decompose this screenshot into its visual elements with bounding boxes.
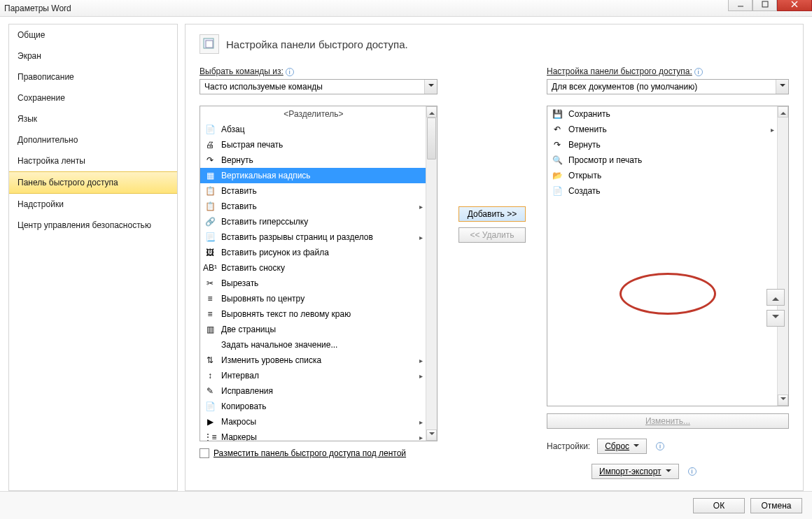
info-icon: i — [286, 68, 294, 76]
command-item[interactable]: ⋮≡Маркеры▸ — [200, 429, 426, 441]
command-icon: 📃 — [204, 232, 216, 243]
sidebar-item[interactable]: Настройка ленты — [9, 150, 177, 171]
dialog-footer: ОК Отмена — [0, 491, 812, 519]
move-up-button[interactable] — [766, 289, 785, 306]
command-icon: 📂 — [552, 170, 563, 181]
command-item[interactable]: 🖼Вставить рисунок из файла — [200, 245, 426, 260]
command-icon: ⋮≡ — [204, 432, 216, 441]
document-scope-combo[interactable]: Для всех документов (по умолчанию) — [547, 79, 789, 94]
scroll-thumb[interactable] — [427, 118, 436, 159]
cancel-button[interactable]: Отмена — [750, 498, 802, 513]
command-item[interactable]: ▦Вертикальная надпись — [200, 168, 426, 183]
choose-commands-label: Выбрать команды из:i — [200, 66, 438, 76]
scrollbar — [777, 106, 788, 406]
remove-button[interactable]: << Удалить — [458, 227, 526, 243]
qat-item[interactable]: ↶Отменить▸ — [547, 122, 777, 137]
command-item[interactable]: ↷Вернуть — [200, 152, 426, 168]
qat-item[interactable]: 📂Открыть — [547, 168, 777, 183]
command-item[interactable]: 🔗Вставить гиперссылку — [200, 214, 426, 229]
qat-item[interactable]: ↷Вернуть — [547, 137, 777, 152]
command-item[interactable]: 📋Вставить — [200, 183, 426, 199]
svg-rect-1 — [762, 1, 768, 7]
command-item[interactable]: ✂Вырезать — [200, 276, 426, 291]
minimize-button[interactable] — [728, 0, 752, 11]
command-icon: ↕ — [204, 370, 216, 381]
command-icon — [204, 339, 216, 350]
category-sidebar: ОбщиеЭкранПравописаниеСохранениеЯзыкДопо… — [8, 24, 178, 491]
scroll-up-button[interactable] — [426, 106, 437, 118]
command-item[interactable]: ▥Две страницы — [200, 322, 426, 337]
sidebar-item[interactable]: Панель быстрого доступа — [9, 171, 177, 194]
command-item[interactable]: 📋Вставить▸ — [200, 199, 426, 214]
sidebar-item[interactable]: Сохранение — [9, 87, 177, 108]
command-icon: ↷ — [552, 139, 563, 150]
command-icon: 📄 — [204, 124, 216, 135]
command-item[interactable]: ↕Интервал▸ — [200, 368, 426, 383]
scroll-up-button — [778, 106, 788, 118]
command-item[interactable]: ▶Макросы▸ — [200, 414, 426, 429]
command-icon: ▥ — [204, 324, 216, 335]
list-separator[interactable]: <Разделитель> — [200, 106, 426, 122]
command-item[interactable]: ≡Выровнять по центру — [200, 291, 426, 306]
command-icon: 📋 — [204, 201, 216, 212]
chevron-down-icon — [776, 80, 788, 94]
customize-qat-label: Настройка панели быстрого доступа:i — [547, 66, 789, 76]
command-icon: 🖨 — [204, 139, 216, 150]
below-ribbon-checkbox[interactable] — [200, 448, 209, 458]
command-icon: ▶ — [204, 416, 216, 427]
current-qat-list[interactable]: 💾Сохранить↶Отменить▸↷Вернуть🔍Просмотр и … — [547, 106, 789, 406]
ok-button[interactable]: ОК — [693, 498, 745, 513]
command-icon: ≡ — [204, 293, 216, 304]
command-item[interactable]: ⇅Изменить уровень списка▸ — [200, 353, 426, 368]
sidebar-item[interactable]: Экран — [9, 45, 177, 66]
chevron-down-icon — [424, 80, 437, 94]
sidebar-item[interactable]: Центр управления безопасностью — [9, 215, 177, 236]
command-item[interactable]: ≡Выровнять текст по левому краю — [200, 306, 426, 322]
info-icon: i — [656, 442, 664, 450]
command-icon: 🖼 — [204, 247, 216, 258]
command-icon: 🔗 — [204, 216, 216, 227]
qat-item[interactable]: 💾Сохранить — [547, 106, 777, 122]
command-icon: 💾 — [552, 108, 563, 120]
scroll-down-button[interactable] — [426, 429, 437, 441]
import-export-button[interactable]: Импорт-экспорт — [592, 464, 679, 479]
main-panel: Настройка панели быстрого доступа. Выбра… — [185, 24, 804, 491]
sidebar-item[interactable]: Надстройки — [9, 194, 177, 215]
sidebar-item[interactable]: Правописание — [9, 66, 177, 87]
command-icon: 📄 — [204, 401, 216, 412]
command-icon: ✎ — [204, 385, 216, 397]
svg-rect-5 — [206, 41, 213, 48]
below-ribbon-label: Разместить панель быстрого доступа под л… — [214, 448, 406, 458]
command-item[interactable]: 🖨Быстрая печать — [200, 137, 426, 152]
choose-commands-combo[interactable]: Часто используемые команды — [200, 79, 438, 94]
modify-button[interactable]: Изменить... — [547, 413, 789, 429]
add-button[interactable]: Добавить >> — [458, 206, 526, 222]
command-item[interactable]: AB¹Вставить сноску — [200, 260, 426, 276]
command-item[interactable]: ✎Исправления — [200, 383, 426, 399]
command-item[interactable]: 📄Абзац — [200, 122, 426, 137]
reset-button[interactable]: Сброс — [597, 439, 647, 454]
title-bar: Параметры Word — [0, 0, 812, 17]
sidebar-item[interactable]: Язык — [9, 108, 177, 129]
qat-item[interactable]: 📄Создать — [547, 183, 777, 199]
qat-item[interactable]: 🔍Просмотр и печать — [547, 152, 777, 168]
command-icon: ✂ — [204, 278, 216, 289]
info-icon: i — [688, 467, 696, 476]
available-commands-list[interactable]: <Разделитель>📄Абзац🖨Быстрая печать↷Верну… — [200, 106, 438, 441]
sidebar-item[interactable]: Дополнительно — [9, 129, 177, 150]
command-icon: 🔍 — [552, 155, 563, 166]
settings-label: Настройки: — [547, 441, 590, 451]
close-button[interactable] — [777, 0, 812, 11]
move-down-button[interactable] — [766, 310, 785, 327]
command-item[interactable]: 📃Вставить разрывы страниц и разделов▸ — [200, 229, 426, 245]
sidebar-item[interactable]: Общие — [9, 24, 177, 45]
info-icon: i — [694, 68, 703, 76]
command-icon: ↶ — [552, 124, 563, 135]
command-icon: 📄 — [552, 185, 563, 197]
command-item[interactable]: 📄Копировать — [200, 399, 426, 414]
scrollbar[interactable] — [426, 106, 437, 441]
scroll-down-button — [778, 394, 788, 406]
maximize-button[interactable] — [752, 0, 777, 11]
command-item[interactable]: Задать начальное значение... — [200, 337, 426, 353]
command-icon: ⇅ — [204, 355, 216, 366]
